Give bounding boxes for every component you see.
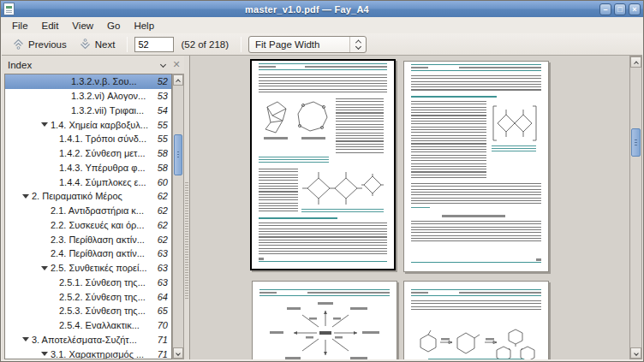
toolbar-separator [241, 37, 242, 52]
page-text-block [411, 221, 541, 241]
index-item-label: 2.5.4. Εναλλακτικ... [59, 320, 140, 330]
index-item-page: 55 [158, 134, 171, 144]
index-item[interactable]: 2.5. Συνθετικές πορεί...63 [5, 261, 171, 276]
index-item[interactable]: 2.1. Αντιδραστήρια κ...62 [5, 204, 171, 218]
sidebar-view-dropdown[interactable]: Index [4, 56, 169, 74]
page-preview-current[interactable] [250, 59, 396, 270]
index-item[interactable]: 3.1. Χαρακτηρισμός ...71 [5, 347, 171, 359]
page-preview[interactable] [403, 61, 549, 272]
zoom-select[interactable]: Fit Page Width [248, 36, 367, 53]
index-item[interactable]: 2. Πειραματικό Μέρος62 [5, 189, 171, 204]
go-previous-icon [12, 38, 25, 50]
main-scroll-thumb[interactable] [631, 128, 641, 157]
index-item[interactable]: 2.2. Συσκευές και όρ...62 [5, 218, 171, 233]
menu-help[interactable]: Help [127, 19, 161, 33]
scroll-down-icon[interactable] [630, 347, 641, 359]
index-item-page: 62 [158, 205, 171, 216]
index-item[interactable]: 1.4.3. Υπέρυθρα φ...58 [5, 161, 171, 175]
index-item[interactable]: 3. Αποτελέσματα-Συζήτ...71 [5, 333, 171, 347]
index-item[interactable]: 1.4. Χημεία καρβοξυλ...55 [5, 117, 171, 132]
index-item[interactable]: 2.5.2. Σύνθεση της...64 [5, 289, 171, 304]
page-text-block [259, 169, 298, 211]
index-item[interactable]: 2.5.1. Σύνθεση της...63 [5, 276, 171, 290]
menu-file[interactable]: File [5, 19, 35, 33]
sidebar-scrollbar[interactable] [172, 74, 184, 359]
index-item[interactable]: 2.5.4. Εναλλακτικ...70 [5, 318, 171, 333]
index-item[interactable]: 1.4.2. Σύνθεση μετ...58 [5, 146, 171, 161]
expander-icon[interactable] [38, 122, 51, 127]
index-item[interactable]: 1.3.2.vi) Αλογον...53 [5, 89, 171, 104]
next-button[interactable]: Next [74, 36, 121, 52]
page-text-block [411, 101, 486, 180]
index-item-page: 60 [158, 177, 171, 187]
titlebar[interactable]: master_v1.0.pdf — Fay_A4 – □ × [1, 1, 643, 17]
menu-edit[interactable]: Edit [35, 19, 66, 33]
index-item[interactable]: 2.4. Περίθλαση ακτίν...63 [5, 246, 171, 261]
index-item-page: 58 [158, 148, 171, 158]
next-label: Next [95, 39, 116, 50]
index-item-page: 63 [158, 277, 171, 288]
splitter-grip-icon [185, 182, 188, 300]
document-view[interactable] [189, 56, 642, 359]
index-item-label: 2.2. Συσκευές και όρ... [51, 220, 144, 230]
previous-label: Previous [28, 39, 67, 50]
spinner-arrows-icon[interactable] [349, 37, 366, 52]
expander-icon[interactable] [38, 266, 51, 270]
index-item-page: 70 [158, 320, 171, 330]
index-item-page: 64 [158, 292, 171, 302]
index-item-page: 55 [158, 120, 171, 130]
figure-caption [428, 359, 524, 359]
page-preview[interactable] [252, 281, 397, 359]
index-item-page: 52 [158, 76, 171, 86]
index-list: 1.3.2.ν.β. Σου...521.3.2.vi) Αλογον...53… [4, 74, 172, 359]
figure-caption [259, 157, 329, 163]
page-number-input[interactable] [134, 37, 174, 52]
previous-button[interactable]: Previous [7, 36, 72, 52]
index-item-page: 54 [158, 105, 171, 116]
index-item[interactable]: 1.4.4. Σύμπλοκες ε...60 [5, 175, 171, 189]
scroll-up-icon[interactable] [630, 56, 641, 68]
index-item[interactable]: 2.3. Περίθλαση ακτίν...62 [5, 232, 171, 246]
expander-icon[interactable] [38, 352, 51, 356]
go-next-icon [79, 38, 92, 50]
expander-icon[interactable] [19, 194, 32, 199]
sidebar-scroll-thumb[interactable] [174, 134, 182, 175]
index-item[interactable]: 1.3.2.ν.β. Σου...52 [5, 74, 171, 89]
chevron-down-icon [160, 62, 166, 68]
index-item[interactable]: 2.5.3. Σύνθεση της...65 [5, 304, 171, 318]
index-item[interactable]: 1.3.2.vii) Τριφαι...54 [5, 104, 171, 118]
menu-go[interactable]: Go [100, 19, 127, 33]
page-preview[interactable] [403, 281, 549, 359]
index-item-label: 2.5.2. Σύνθεση της... [59, 292, 146, 302]
index-item-page: 58 [158, 163, 171, 173]
maximize-button[interactable]: □ [614, 3, 626, 15]
menu-view[interactable]: View [65, 19, 100, 33]
index-item-page: 53 [158, 91, 171, 101]
figure-caption [301, 209, 384, 214]
close-button[interactable]: × [629, 3, 641, 15]
page-text-block [411, 75, 541, 92]
app-window: master_v1.0.pdf — Fay_A4 – □ × File Edit… [0, 0, 644, 362]
sidebar-title: Index [8, 60, 161, 70]
sidebar-close-button[interactable]: ✕ [169, 59, 184, 70]
scroll-down-icon[interactable] [173, 347, 183, 359]
page-text-block [411, 300, 541, 312]
index-sidebar: Index ✕ 1.3.2.ν.β. Σου...521.3.2.vi) Αλο… [2, 56, 184, 359]
expander-icon[interactable] [19, 337, 32, 341]
index-item-label: 2.4. Περίθλαση ακτίν... [51, 248, 145, 258]
sidebar-header: Index ✕ [4, 56, 184, 74]
index-item-label: 2.3. Περίθλαση ακτίν... [51, 234, 145, 245]
main-scrollbar[interactable] [629, 56, 642, 359]
index-item-page: 71 [158, 349, 171, 359]
index-item-label: 3.1. Χαρακτηρισμός ... [51, 349, 144, 359]
index-item[interactable]: 1.4.1. Τρόποι σύνδ...55 [5, 132, 171, 146]
index-item-label: 1.4. Χημεία καρβοξυλ... [51, 120, 148, 130]
page-text-block [259, 223, 387, 255]
scroll-up-icon[interactable] [173, 74, 183, 86]
minimize-button[interactable]: – [599, 3, 611, 15]
section-heading [411, 96, 497, 98]
equation [442, 215, 505, 217]
chem-structure-small [361, 174, 384, 196]
index-item-label: 1.3.2.ν.β. Σου... [71, 76, 137, 86]
page-text-block [411, 183, 541, 205]
